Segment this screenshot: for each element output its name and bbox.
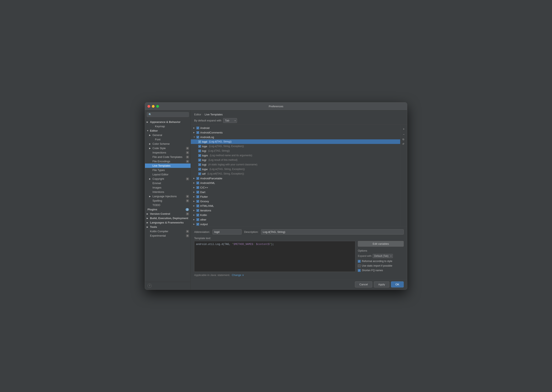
template-group-android-log[interactable]: ▼ ✓ AndroidLog xyxy=(191,135,400,139)
static-import-checkbox[interactable] xyxy=(358,265,361,267)
template-group-android[interactable]: ▶ ✓ Android xyxy=(191,126,400,130)
template-item-logr[interactable]: ✓ logr (Log result of this method) xyxy=(191,158,400,162)
copy-template-button[interactable]: ⧉ xyxy=(401,137,405,141)
checkbox-logt[interactable]: ✓ xyxy=(198,163,201,166)
sidebar-item-version-control[interactable]: ▶ Version Control ⚙ xyxy=(145,212,191,216)
sidebar-item-build-exec-deploy[interactable]: ▶ Build, Execution, Deployment xyxy=(145,216,191,220)
sidebar-item-languages-frameworks[interactable]: ▶ Languages & Frameworks xyxy=(145,220,191,225)
sidebar-item-label: Experimental xyxy=(150,234,166,237)
template-group-flutter[interactable]: ▶ ✓ Flutter xyxy=(191,194,400,199)
sidebar-item-tools[interactable]: ▶ Tools xyxy=(145,225,191,229)
sidebar-item-color-scheme[interactable]: ▶ Color Scheme xyxy=(145,142,191,146)
checkbox-flutter[interactable]: ✓ xyxy=(196,195,199,198)
close-button[interactable] xyxy=(147,105,150,108)
sidebar-item-layout-editor[interactable]: Layout Editor xyxy=(145,172,191,177)
maximize-button[interactable] xyxy=(156,105,159,108)
template-item-loge[interactable]: ✓ loge (Log.e(TAG, String, Exception)) xyxy=(191,144,400,148)
template-group-htmlxml[interactable]: ▶ ✓ HTML/XML xyxy=(191,203,400,208)
checkbox-logm[interactable]: ✓ xyxy=(198,154,201,157)
template-item-logw[interactable]: ✓ logw (Log.w(TAG, String, Exception)) xyxy=(191,167,400,171)
sidebar-item-file-encodings[interactable]: File Encodings ⚙ xyxy=(145,159,191,163)
template-item-logm[interactable]: ✓ logm (Log method name and its argument… xyxy=(191,153,400,158)
sidebar-item-editor[interactable]: ▼ Editor xyxy=(145,128,191,133)
template-group-android-comments[interactable]: ▶ ✓ AndroidComments xyxy=(191,130,400,135)
cancel-button[interactable]: Cancel xyxy=(355,281,372,287)
checkbox-logr[interactable]: ✓ xyxy=(198,159,201,161)
checkbox-dart[interactable]: ✓ xyxy=(196,191,199,194)
group-name: Flutter xyxy=(200,195,208,198)
expand-with-select[interactable]: Tab Enter Space xyxy=(223,118,237,123)
arrow-icon: ▶ xyxy=(149,195,152,197)
sidebar-item-images[interactable]: Images xyxy=(145,185,191,190)
checkbox-android-log[interactable]: ✓ xyxy=(196,136,199,139)
sidebar-item-emmet[interactable]: Emmet xyxy=(145,181,191,185)
checkbox-android-parcelable[interactable]: ✓ xyxy=(196,177,199,180)
sidebar-item-language-injections[interactable]: ▶ Language Injections ⚙ xyxy=(145,194,191,198)
help-button[interactable]: ? xyxy=(147,284,152,288)
apply-button[interactable]: Apply xyxy=(374,281,390,287)
template-item-logi[interactable]: ✓ logi (Log.i(TAG, String)) xyxy=(191,148,400,153)
template-code-editor[interactable]: android.util.Log.d(TAG, "$METHOD_NAME$: … xyxy=(194,241,355,272)
checkbox-kotlin[interactable]: ✓ xyxy=(196,214,199,217)
group-name: C/C++ xyxy=(200,186,208,189)
template-item-logt[interactable]: ✓ logt (A static logtag with your curren… xyxy=(191,162,400,167)
add-template-button[interactable]: + xyxy=(401,126,406,131)
abbreviation-input[interactable] xyxy=(212,229,242,235)
expand-with-options-select[interactable]: Default (Tab) Tab Enter Space xyxy=(373,254,393,258)
template-group-output[interactable]: ▶ ✓ output xyxy=(191,222,400,226)
checkbox-logd[interactable]: ✓ xyxy=(198,140,201,143)
sidebar-item-keymap[interactable]: Keymap xyxy=(145,124,191,128)
template-name: logi xyxy=(202,149,206,153)
sidebar-item-general[interactable]: ▶ General xyxy=(145,133,191,137)
change-link[interactable]: Change ∨ xyxy=(232,273,244,277)
sidebar-item-kotlin-compiler[interactable]: Kotlin Compiler ⚙ xyxy=(145,229,191,233)
sidebar-item-code-style[interactable]: ▶ Code Style ⚙ xyxy=(145,146,191,150)
sidebar-item-spelling[interactable]: Spelling ⚙ xyxy=(145,198,191,203)
template-group-other[interactable]: ▶ ✓ other xyxy=(191,217,400,222)
shorten-fq-checkbox[interactable]: ✓ xyxy=(358,269,361,272)
checkbox-htmlxml[interactable]: ✓ xyxy=(196,204,199,207)
checkbox-logw[interactable]: ✓ xyxy=(198,168,201,171)
template-group-iterations[interactable]: ▶ ✓ iterations xyxy=(191,208,400,213)
template-item-logd[interactable]: ✓ logd (Log.d(TAG, String)) xyxy=(191,139,400,144)
checkbox-cpp[interactable]: ✓ xyxy=(196,186,199,189)
template-group-kotlin[interactable]: ▶ ✓ Kotlin xyxy=(191,213,400,217)
reformat-checkbox[interactable]: ✓ xyxy=(358,260,361,263)
sidebar-item-experimental[interactable]: Experimental ⚙ xyxy=(145,233,191,238)
minimize-button[interactable] xyxy=(152,105,154,108)
template-item-wtf[interactable]: ✓ wtf (Log.wtf(TAG, String, Exception)) xyxy=(191,171,400,176)
template-group-groovy[interactable]: ▶ ✓ Groovy xyxy=(191,199,400,203)
checkbox-groovy[interactable]: ✓ xyxy=(196,200,199,203)
sidebar-item-file-types[interactable]: File Types xyxy=(145,168,191,172)
sidebar-item-font[interactable]: Font xyxy=(145,137,191,142)
template-group-cpp[interactable]: ▶ ✓ C/C++ xyxy=(191,185,400,190)
checkbox-logi[interactable]: ✓ xyxy=(198,150,201,152)
checkbox-output[interactable]: ✓ xyxy=(196,223,199,226)
arrow-icon: ▶ xyxy=(149,147,152,149)
template-group-android-parcelable[interactable]: ▶ ✓ AndroidParcelable xyxy=(191,176,400,181)
checkbox-androidxml[interactable]: ✓ xyxy=(196,182,199,184)
ok-button[interactable]: OK xyxy=(391,281,404,287)
sidebar-item-appearance[interactable]: ▶ Appearance & Behavior xyxy=(145,120,191,124)
sidebar-item-inspections[interactable]: Inspections ⚙ xyxy=(145,150,191,155)
checkbox-iterations[interactable]: ✓ xyxy=(196,209,199,212)
revert-template-button[interactable]: ↺ xyxy=(401,142,405,146)
edit-variables-button[interactable]: Edit variables xyxy=(358,241,404,247)
sidebar-item-intentions[interactable]: Intentions xyxy=(145,190,191,194)
sidebar-item-copyright[interactable]: ▶ Copyright ⚙ xyxy=(145,177,191,181)
template-group-dart[interactable]: ▶ ✓ Dart xyxy=(191,190,400,194)
remove-template-button[interactable]: − xyxy=(401,132,406,137)
sidebar-item-live-templates[interactable]: Live Templates xyxy=(145,163,191,168)
checkbox-loge[interactable]: ✓ xyxy=(198,145,201,148)
sidebar-item-file-code-templates[interactable]: File and Code Templates ⚙ xyxy=(145,155,191,159)
checkbox-android[interactable]: ✓ xyxy=(196,127,199,129)
description-input[interactable] xyxy=(261,229,404,235)
checkbox-android-comments[interactable]: ✓ xyxy=(196,131,199,134)
sidebar-item-todo[interactable]: TODO xyxy=(145,203,191,207)
checkbox-wtf[interactable]: ✓ xyxy=(198,172,201,175)
checkbox-other[interactable]: ✓ xyxy=(196,218,199,221)
sidebar-item-plugins[interactable]: Plugins 2 xyxy=(145,207,191,212)
description-label: Description: xyxy=(244,230,259,233)
template-group-androidxml[interactable]: ▶ ✓ AndroidXML xyxy=(191,181,400,185)
search-input[interactable] xyxy=(147,112,189,117)
